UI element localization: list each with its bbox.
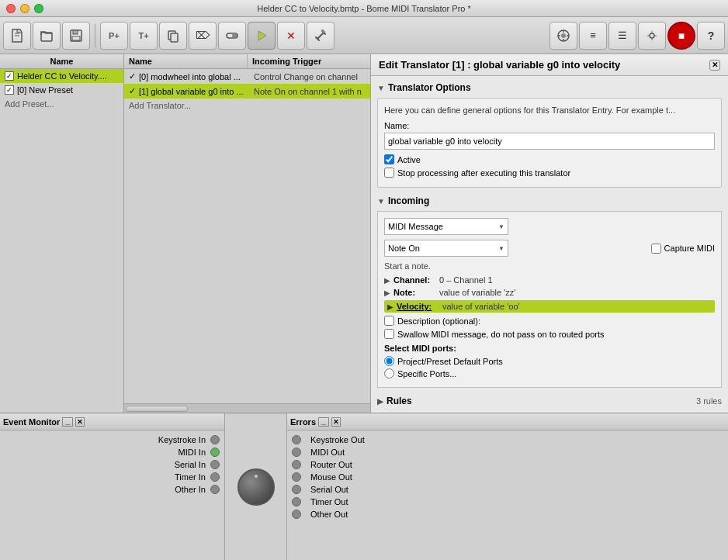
clear-btn[interactable]: ✕ [277,22,305,50]
note-on-dropdown-arrow: ▼ [498,245,504,252]
serial-in-row: Serial In [5,460,220,469]
add-preset-btn[interactable]: P+ [100,22,128,50]
timer-in-indicator [210,472,220,482]
keystroke-in-row: Keystroke In [5,435,220,444]
other-in-label: Other In [175,485,206,494]
translator-name-0: [0] modwheel into global ... [139,72,251,81]
toggle-btn[interactable] [218,22,246,50]
timer-out-label: Timer Out [310,497,348,506]
event-monitor-label: Event Monitor [3,417,60,427]
bottom-area: Event Monitor _ ✕ Keystroke In MIDI In [0,413,728,560]
preset-item-1[interactable]: ✓ [0] New Preset [0,83,123,97]
minimize-window-btn[interactable] [20,4,29,13]
velocity-label: Velocity: [397,302,439,311]
rules-arrow-icon: ▶ [377,397,383,406]
stop-processing-checkbox[interactable] [384,168,394,178]
description-optional-label: Description (optional): [397,316,480,326]
note-expand-icon[interactable]: ▶ [384,289,390,297]
errors-close-btn[interactable]: ✕ [331,417,341,427]
errors-minimize-btn[interactable]: _ [318,417,329,427]
play-btn[interactable] [248,22,276,50]
midi-in-label: MIDI In [179,448,206,457]
window-controls[interactable] [6,4,43,13]
incoming-description: Start a note. [384,261,715,271]
midi-devices-btn[interactable] [549,22,577,50]
add-translator-btn[interactable]: T+ [130,22,158,50]
translator-checkbox-1[interactable]: ✓ [129,86,136,96]
volume-knob[interactable] [237,468,275,506]
translators-list-btn[interactable]: ≡ [579,22,607,50]
add-translator-link[interactable]: Add Translator... [124,99,370,112]
midi-message-dropdown[interactable]: MIDI Message ▼ [384,218,508,235]
incoming-section-header[interactable]: ▼ Incoming [377,195,722,206]
errors-panel: Errors _ ✕ Keystroke Out MIDI Out Router… [287,413,728,560]
stop-btn[interactable]: ■ [667,22,695,50]
stop-processing-row: Stop processing after executing this tra… [384,168,715,178]
translator-row-0[interactable]: ✓ [0] modwheel into global ... Control C… [124,69,370,84]
open-btn[interactable] [33,22,61,50]
close-window-btn[interactable] [6,4,16,13]
port-default-label: Project/Preset Default Ports [397,357,503,366]
stop-icon: ■ [678,29,685,42]
preset-checkbox-1[interactable]: ✓ [5,85,14,95]
port-specific-row: Specific Ports... [384,368,715,379]
keystroke-out-label: Keystroke Out [310,435,365,444]
svg-point-15 [561,33,566,38]
swallow-row: Swallow MIDI message, do not pass on to … [384,329,715,339]
translator-trigger-1: Note On on channel 1 with n [254,87,366,96]
help-btn[interactable]: ? [697,22,725,50]
settings-btn[interactable] [638,22,666,50]
serial-in-label: Serial In [175,460,206,469]
swallow-checkbox[interactable] [384,329,394,339]
event-monitor-minimize-btn[interactable]: _ [62,417,73,427]
add-preset-link[interactable]: Add Preset... [0,97,123,111]
new-project-btn[interactable] [3,22,31,50]
translator-checkbox-0[interactable]: ✓ [129,71,136,81]
mouse-out-label: Mouse Out [310,472,352,482]
router-out-label: Router Out [310,460,352,469]
preset-name-1: [0] New Preset [17,85,73,95]
swallow-label: Swallow MIDI message, do not pass on to … [397,330,605,339]
delete-btn[interactable]: ⌦ [189,22,217,50]
velocity-row: ▶ Velocity: value of variable 'oo' [384,300,715,313]
translators-scrollbar[interactable] [124,403,370,413]
tools-btn[interactable] [307,22,335,50]
timer-in-row: Timer In [5,472,220,482]
mouse-out-row: Mouse Out [292,472,723,482]
keystroke-out-indicator [292,435,301,444]
maximize-window-btn[interactable] [34,4,43,13]
preset-checkbox-0[interactable]: ✓ [5,71,14,81]
project-settings-btn[interactable]: ☰ [608,22,636,50]
translator-options-header[interactable]: ▼ Translator Options [377,82,722,93]
incoming-section: ▼ Incoming MIDI Message ▼ [377,195,722,388]
capture-midi-label: Capture MIDI [664,244,715,253]
knob-area [225,413,287,560]
toolbar: P+ T+ ⌦ ✕ ≡ ☰ ■ ? [0,17,728,54]
velocity-expand-icon[interactable]: ▶ [387,302,393,311]
rules-section-header[interactable]: ▶ Rules 3 rules [377,396,722,406]
translator-row-1[interactable]: ✓ [1] global variable g0 into ... Note O… [124,84,370,99]
active-checkbox[interactable] [384,154,394,164]
midi-message-dropdown-arrow: ▼ [498,223,504,230]
options-description: Here you can define general options for … [384,105,715,116]
note-on-dropdown[interactable]: Note On ▼ [384,240,508,257]
translator-name-input[interactable] [384,133,715,150]
presets-header: Name [0,54,123,69]
port-default-radio[interactable] [384,356,394,366]
edit-panel-close-btn[interactable]: ✕ [709,60,720,71]
midi-out-label: MIDI Out [310,448,345,457]
capture-midi-checkbox[interactable] [651,244,661,254]
scrollbar-thumb[interactable] [126,406,188,412]
midi-ports-label: Select MIDI ports: [384,344,715,353]
svg-rect-7 [72,36,80,40]
event-monitor-close-btn[interactable]: ✕ [75,417,85,427]
right-indicators-area: Keystroke Out MIDI Out Router Out Mouse … [287,430,728,560]
svg-marker-12 [258,31,266,40]
description-optional-checkbox[interactable] [384,316,394,326]
save-btn[interactable] [62,22,90,50]
preset-item-0[interactable]: ✓ Helder CC to Velocity.... [0,69,123,83]
port-specific-radio[interactable] [384,368,394,379]
duplicate-btn[interactable] [159,22,187,50]
serial-out-row: Serial Out [292,485,723,494]
channel-expand-icon[interactable]: ▶ [384,276,390,285]
